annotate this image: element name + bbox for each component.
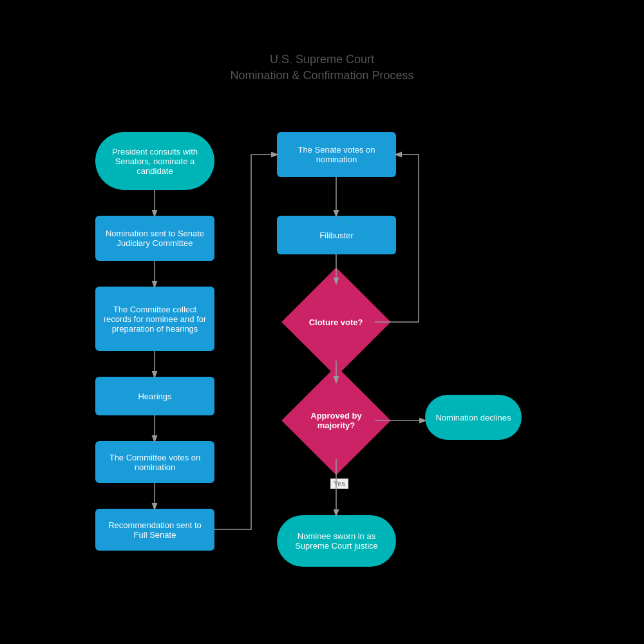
title-line1: U.S. Supreme Court <box>0 52 644 68</box>
diagram-container: U.S. Supreme Court Nomination & Confirma… <box>0 0 644 644</box>
title-line2: Nomination & Confirmation Process <box>0 68 644 84</box>
recommendation-box: Recommendation sent to Full Senate <box>95 509 214 551</box>
filibuster-box: Filibuster <box>277 216 396 254</box>
nominee-sworn-box: Nominee sworn in as Supreme Court justic… <box>277 515 396 567</box>
committee-collect-box: The Committee collect records for nomine… <box>95 287 214 351</box>
nomination-sent-box: Nomination sent to Senate Judiciary Comm… <box>95 216 214 261</box>
committee-votes-box: The Committee votes on nomination <box>95 441 214 483</box>
cloture-diamond: Cloture vote? <box>281 267 391 377</box>
nomination-declines-box: Nomination declines <box>425 395 522 440</box>
president-box: President consults with Senators, nomina… <box>95 132 214 190</box>
yes-label: Yes <box>330 478 348 489</box>
diagram-title: U.S. Supreme Court Nomination & Confirma… <box>0 52 644 84</box>
approved-diamond: Approved by majority? <box>281 366 391 475</box>
hearings-box: Hearings <box>95 377 214 415</box>
senate-votes-box: The Senate votes on nomination <box>277 132 396 177</box>
